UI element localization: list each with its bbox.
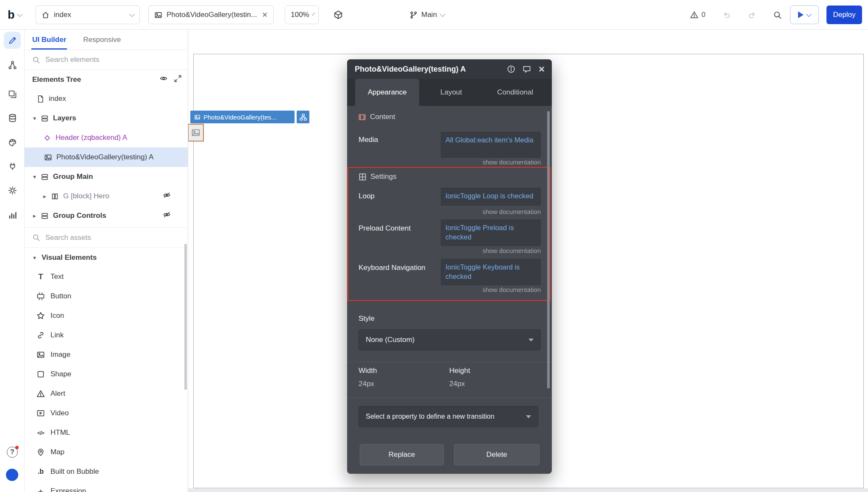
diamond-icon	[43, 134, 51, 142]
preload-content-label: Preload Content	[359, 224, 411, 233]
zoom-selector[interactable]: 100%	[285, 6, 319, 24]
tab-responsive[interactable]: Responsive	[83, 30, 121, 50]
comment-button[interactable]	[523, 65, 531, 73]
palette-item-built-on-bubble[interactable]: .b Built on Bubble	[25, 462, 188, 481]
keyboard-navigation-input[interactable]: IonicToggle Keyboard is checked	[441, 259, 541, 285]
hidden-eye-icon[interactable]	[163, 191, 171, 201]
inspector-scrollbar[interactable]	[547, 111, 550, 389]
preload-content-input[interactable]: IonicToggle Preload is checked	[441, 220, 541, 246]
bubble-logo-menu[interactable]: b	[8, 6, 22, 24]
palette-item-alert[interactable]: Alert	[25, 384, 188, 403]
palette-item-icon[interactable]: Icon	[25, 306, 188, 325]
component-library-button[interactable]	[330, 6, 347, 24]
tab-conditional[interactable]: Conditional	[483, 79, 547, 106]
caret-right-icon[interactable]: ▸	[33, 212, 41, 219]
element-tab[interactable]: Photo&VideoGallery(testin... ✕	[148, 6, 274, 24]
button-icon	[36, 292, 45, 300]
chevron-down-icon	[17, 11, 22, 17]
palette-item-text[interactable]: T Text	[25, 267, 188, 286]
toggle-visibility-button[interactable]	[159, 74, 168, 85]
show-documentation-link[interactable]: show documentation	[441, 286, 541, 293]
user-avatar[interactable]	[6, 469, 18, 481]
delete-button[interactable]: Delete	[454, 444, 540, 465]
bubble-icon: .b	[38, 468, 44, 475]
style-dropdown[interactable]: None (Custom)	[359, 329, 541, 350]
tree-item-block-hero[interactable]: ▸ G [block] Hero	[25, 186, 188, 206]
expand-tree-button[interactable]	[174, 75, 182, 85]
palette-item-shape[interactable]: Shape	[25, 364, 188, 384]
palette-item-html[interactable]: </> HTML	[25, 423, 188, 442]
workflow-tab-button[interactable]	[4, 56, 21, 73]
caret-right-icon[interactable]: ▸	[43, 193, 51, 200]
palette-item-map[interactable]: Map	[25, 442, 188, 462]
palette-item-button[interactable]: Button	[25, 286, 188, 306]
info-button[interactable]	[507, 65, 515, 73]
show-documentation-link[interactable]: show documentation	[441, 208, 541, 215]
show-documentation-link[interactable]: show documentation	[441, 247, 541, 254]
image-icon	[44, 153, 52, 161]
panel-scrollbar[interactable]	[184, 244, 187, 390]
tree-item-layers[interactable]: ▾ Layers	[25, 108, 188, 128]
help-button[interactable]: ?	[7, 447, 18, 458]
width-label: Width	[359, 367, 377, 375]
transition-dropdown[interactable]: Select a property to define a new transi…	[359, 406, 538, 427]
logs-tab-button[interactable]	[4, 206, 21, 223]
selected-element-tag[interactable]: Photo&VideoGallery(tes...	[190, 111, 295, 123]
tree-item-photo-video-gallery[interactable]: Photo&VideoGallery(testing) A	[25, 147, 188, 167]
palette-item-image[interactable]: Image	[25, 345, 188, 364]
selected-element-tag-label: Photo&VideoGallery(tes...	[203, 114, 276, 121]
styles-tab-button[interactable]	[4, 134, 21, 151]
show-documentation-link[interactable]: show documentation	[441, 158, 541, 166]
tree-item-header-reusable[interactable]: Header (zqbackend) A	[25, 128, 188, 147]
settings-tab-button[interactable]	[4, 182, 21, 199]
caret-down-icon[interactable]: ▾	[33, 173, 41, 180]
cube-icon	[334, 10, 343, 19]
close-button[interactable]: ✕	[538, 64, 545, 74]
search-button[interactable]	[769, 6, 786, 24]
group-icon	[41, 212, 49, 220]
redo-button[interactable]	[743, 6, 760, 24]
tab-appearance[interactable]: Appearance	[355, 79, 419, 106]
search-assets-input[interactable]	[45, 233, 188, 242]
page-selector[interactable]: index	[36, 6, 140, 24]
issues-indicator[interactable]: 0	[690, 6, 705, 24]
tab-layout[interactable]: Layout	[419, 79, 483, 106]
undo-button[interactable]	[718, 6, 735, 24]
tab-ui-builder[interactable]: UI Builder	[32, 30, 66, 50]
design-tab-button[interactable]	[4, 32, 21, 49]
visual-elements-title: Visual Elements	[42, 253, 97, 262]
caret-down-icon: ▾	[33, 254, 42, 261]
data-tab-button[interactable]	[4, 109, 21, 126]
loop-input[interactable]: IonicToggle Loop is checked	[441, 188, 541, 206]
tree-item-index[interactable]: index	[25, 89, 188, 108]
plugins-tab-button[interactable]	[4, 158, 21, 175]
palette-item-expression[interactable]: + Expression	[25, 481, 188, 492]
tree-item-group-controls[interactable]: ▸ Group Controls	[25, 206, 188, 225]
property-editor-header[interactable]: Photo&VideoGallery(testing) A ✕	[347, 59, 552, 79]
film-icon	[358, 113, 366, 121]
element-hierarchy-button[interactable]	[297, 111, 309, 123]
home-icon	[42, 11, 50, 19]
chevron-down-icon	[312, 12, 315, 15]
branch-selector[interactable]: Main	[409, 6, 445, 24]
replace-button[interactable]: Replace	[360, 444, 444, 465]
close-tab-icon[interactable]: ✕	[262, 11, 268, 19]
zoom-level: 100%	[291, 11, 309, 19]
hidden-eye-icon[interactable]	[163, 211, 171, 221]
components-tab-button[interactable]	[4, 86, 21, 103]
tree-item-group-main[interactable]: ▾ Group Main	[25, 167, 188, 186]
caret-down-icon[interactable]: ▾	[33, 115, 41, 122]
search-elements-input[interactable]	[45, 56, 188, 64]
chevron-down-icon	[529, 339, 534, 342]
chevron-down-icon	[440, 11, 445, 17]
visual-elements-header[interactable]: ▾ Visual Elements	[25, 248, 188, 267]
search-icon	[773, 11, 782, 19]
text-icon: T	[39, 272, 43, 281]
deploy-button[interactable]: Deploy	[826, 6, 862, 24]
palette-item-video[interactable]: Video	[25, 403, 188, 423]
preview-button[interactable]	[790, 6, 819, 24]
property-editor-tabs: Appearance Layout Conditional	[347, 79, 552, 106]
palette-item-link[interactable]: Link	[25, 325, 188, 345]
media-input[interactable]: All Global:each item's Media	[441, 132, 541, 158]
selected-element-preview[interactable]	[188, 124, 204, 142]
